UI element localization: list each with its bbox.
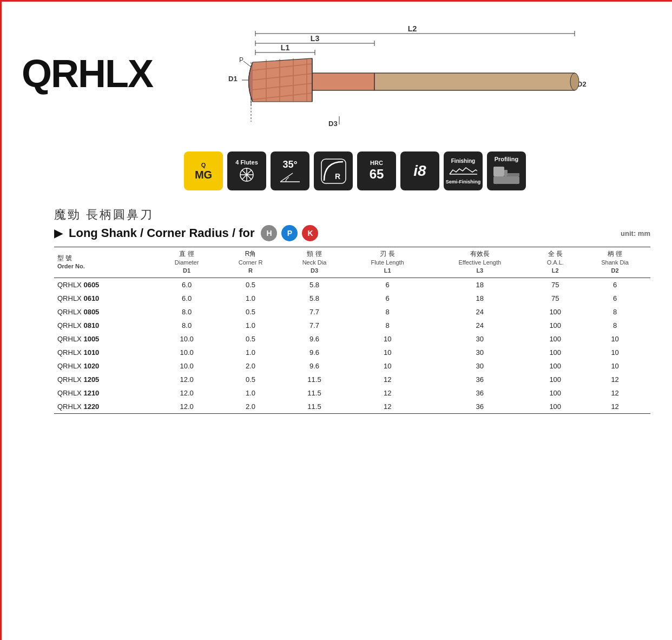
badge-mg: Q MG <box>184 151 223 190</box>
svg-point-33 <box>570 73 579 90</box>
cell-r: 1.0 <box>219 319 282 332</box>
cell-d2: 12 <box>579 400 650 414</box>
table-row: QRHLX 1010 10.0 1.0 9.6 10 30 100 10 <box>54 346 650 359</box>
cell-d3: 7.7 <box>282 305 346 319</box>
product-info: 魔勁 長柄圓鼻刀 ▶ Long Shank / Corner Radius / … <box>54 207 650 241</box>
angle-icon <box>279 171 301 183</box>
cell-l1: 6 <box>346 292 429 305</box>
cell-d1: 10.0 <box>155 332 219 346</box>
cell-l2: 75 <box>531 278 579 292</box>
badge-p: P <box>281 225 298 241</box>
cell-l2: 100 <box>531 346 579 359</box>
cell-l2: 100 <box>531 373 579 386</box>
cell-l1: 10 <box>346 359 429 373</box>
svg-text:D3: D3 <box>328 120 338 128</box>
svg-text:L3: L3 <box>311 34 320 43</box>
cell-l1: 12 <box>346 386 429 400</box>
cell-d3: 9.6 <box>282 359 346 373</box>
badge-h: H <box>261 225 277 241</box>
cell-r: 0.5 <box>219 332 282 346</box>
table-row: QRHLX 0810 8.0 1.0 7.7 8 24 100 8 <box>54 319 650 332</box>
top-section: QRHLX L2 L3 L1 P <box>22 22 650 135</box>
cell-l2: 100 <box>531 319 579 332</box>
svg-text:L1: L1 <box>281 43 290 52</box>
cell-d2: 10 <box>579 359 650 373</box>
cell-l3: 36 <box>429 373 531 386</box>
cell-d3: 9.6 <box>282 332 346 346</box>
cell-d2: 12 <box>579 373 650 386</box>
cell-order: QRHLX 0805 <box>54 305 155 319</box>
diagram-area: L2 L3 L1 P D1 D2 <box>163 22 650 135</box>
col-header-d2: 柄 徑 Shank Dia D2 <box>579 247 650 278</box>
svg-text:P: P <box>239 56 243 64</box>
cell-d3: 11.5 <box>282 400 346 414</box>
table-row: QRHLX 1220 12.0 2.0 11.5 12 36 100 12 <box>54 400 650 414</box>
cell-d2: 10 <box>579 332 650 346</box>
svg-text:R: R <box>335 172 340 181</box>
cell-r: 2.0 <box>219 359 282 373</box>
title-arrow: ▶ <box>54 227 62 240</box>
cell-order: QRHLX 1210 <box>54 386 155 400</box>
corner-r-icon: R <box>319 156 348 186</box>
svg-rect-52 <box>504 170 508 176</box>
col-header-r: R角 Corner R R <box>219 247 282 278</box>
cell-l3: 18 <box>429 292 531 305</box>
cell-l2: 100 <box>531 386 579 400</box>
title-text: Long Shank / Corner Radius / for <box>69 226 254 240</box>
cell-order: QRHLX 0810 <box>54 319 155 332</box>
cell-d1: 6.0 <box>155 278 219 292</box>
svg-rect-51 <box>493 167 504 176</box>
cell-l1: 10 <box>346 346 429 359</box>
cell-d2: 12 <box>579 386 650 400</box>
product-title-cn: 魔勁 長柄圓鼻刀 <box>54 207 650 223</box>
cell-l3: 36 <box>429 386 531 400</box>
cell-d2: 6 <box>579 292 650 305</box>
cell-l2: 75 <box>531 292 579 305</box>
cell-r: 0.5 <box>219 278 282 292</box>
badge-angle: 35° <box>271 151 309 190</box>
table-row: QRHLX 1210 12.0 1.0 11.5 12 36 100 12 <box>54 386 650 400</box>
table-row: QRHLX 0805 8.0 0.5 7.7 8 24 100 8 <box>54 305 650 319</box>
brand-logo: QRHLX <box>22 54 153 93</box>
col-header-l1: 刃 長 Flute Length L1 <box>346 247 429 278</box>
profiling-icon <box>492 166 521 186</box>
cell-d2: 8 <box>579 319 650 332</box>
cell-d1: 8.0 <box>155 305 219 319</box>
cell-d1: 6.0 <box>155 292 219 305</box>
cell-r: 1.0 <box>219 292 282 305</box>
cell-d3: 11.5 <box>282 373 346 386</box>
product-title-en: ▶ Long Shank / Corner Radius / for H P K… <box>54 225 650 241</box>
cell-r: 0.5 <box>219 305 282 319</box>
cell-order: QRHLX 0610 <box>54 292 155 305</box>
svg-rect-31 <box>312 73 374 90</box>
table-row: QRHLX 1205 12.0 0.5 11.5 12 36 100 12 <box>54 373 650 386</box>
cell-l3: 24 <box>429 319 531 332</box>
cell-d2: 10 <box>579 346 650 359</box>
cell-order: QRHLX 1010 <box>54 346 155 359</box>
technical-diagram: L2 L3 L1 P D1 D2 <box>163 22 650 135</box>
cell-l3: 30 <box>429 346 531 359</box>
svg-text:D1: D1 <box>228 75 238 83</box>
cell-l2: 100 <box>531 305 579 319</box>
badge-hrc: HRC 65 <box>357 151 396 190</box>
cell-order: QRHLX 1220 <box>54 400 155 414</box>
col-header-l2: 全 長 O.A.L. L2 <box>531 247 579 278</box>
cell-l1: 10 <box>346 332 429 346</box>
cell-l1: 6 <box>346 278 429 292</box>
cell-d2: 8 <box>579 305 650 319</box>
badge-i8: i8 <box>400 151 439 190</box>
cell-l3: 30 <box>429 332 531 346</box>
table-row: QRHLX 1005 10.0 0.5 9.6 10 30 100 10 <box>54 332 650 346</box>
cell-l3: 36 <box>429 400 531 414</box>
cell-l1: 12 <box>346 400 429 414</box>
page-container: QRHLX L2 L3 L1 P <box>0 0 672 640</box>
svg-rect-50 <box>493 176 519 184</box>
badges-row: Q MG 4 Flutes 35° <box>184 151 650 190</box>
cell-l1: 8 <box>346 305 429 319</box>
cell-d3: 5.8 <box>282 292 346 305</box>
cell-d3: 5.8 <box>282 278 346 292</box>
cell-l3: 18 <box>429 278 531 292</box>
cell-l3: 30 <box>429 359 531 373</box>
flutes-icon <box>236 167 257 183</box>
cell-l2: 100 <box>531 332 579 346</box>
